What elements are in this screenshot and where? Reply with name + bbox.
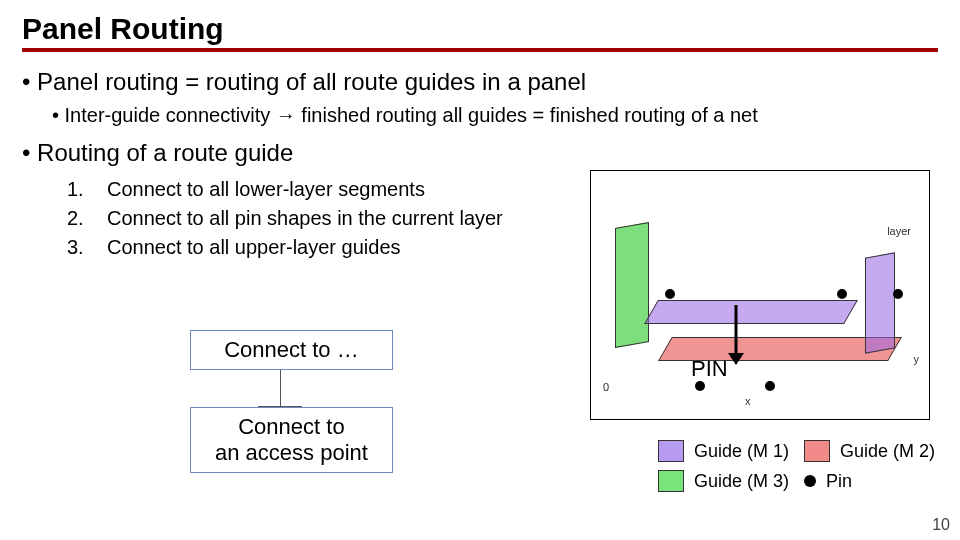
bullet-inter-guide: Inter-guide connectivity → finished rout… bbox=[52, 104, 938, 127]
svg-marker-1 bbox=[728, 353, 744, 365]
legend-label: Pin bbox=[826, 471, 926, 492]
guide-m3-bar bbox=[615, 222, 649, 348]
connector-line bbox=[280, 370, 393, 406]
legend-item-m1: Guide (M 1) Guide (M 2) bbox=[658, 440, 940, 462]
swatch-m3 bbox=[658, 470, 684, 492]
step-text: Connect to all upper-layer guides bbox=[107, 233, 401, 262]
swatch-m2 bbox=[804, 440, 830, 462]
arrow-down-icon bbox=[727, 305, 745, 369]
axis-x-label: x bbox=[745, 395, 751, 407]
axis-tick: 0 bbox=[603, 381, 609, 393]
pin-dot bbox=[765, 381, 775, 391]
swatch-m1 bbox=[658, 440, 684, 462]
routing-3d-figure: x y layer 0 PIN bbox=[590, 170, 930, 420]
connect-diagram: Connect to … Connect to an access point bbox=[190, 330, 393, 473]
slide-title: Panel Routing bbox=[22, 12, 938, 52]
pin-dot bbox=[665, 289, 675, 299]
legend-label: Guide (M 3) bbox=[694, 471, 794, 492]
bullet-route-guide: Routing of a route guide bbox=[22, 139, 938, 167]
step-number: 2. bbox=[67, 204, 89, 233]
axis-y-label: y bbox=[914, 353, 920, 365]
box-access-point: Connect to an access point bbox=[190, 407, 393, 473]
legend-item-m3: Guide (M 3) Pin bbox=[658, 470, 940, 492]
pin-dot bbox=[837, 289, 847, 299]
legend-label: Guide (M 2) bbox=[840, 441, 940, 462]
guide-m1-bar bbox=[644, 300, 858, 324]
step-text: Connect to all pin shapes in the current… bbox=[107, 204, 503, 233]
pin-dot-icon bbox=[804, 475, 816, 487]
legend-label: Guide (M 1) bbox=[694, 441, 794, 462]
guide-m1-bar-right bbox=[865, 252, 895, 353]
pin-dot bbox=[893, 289, 903, 299]
step-number: 1. bbox=[67, 175, 89, 204]
step-text: Connect to all lower-layer segments bbox=[107, 175, 425, 204]
pin-dot bbox=[695, 381, 705, 391]
box-connect-to: Connect to … bbox=[190, 330, 393, 370]
page-number: 10 bbox=[932, 516, 950, 534]
pin-label: PIN bbox=[691, 356, 728, 382]
step-number: 3. bbox=[67, 233, 89, 262]
figure-legend: Guide (M 1) Guide (M 2) Guide (M 3) Pin bbox=[658, 440, 940, 500]
bullet-panel-routing: Panel routing = routing of all route gui… bbox=[22, 68, 938, 96]
axis-z-label: layer bbox=[887, 225, 911, 237]
